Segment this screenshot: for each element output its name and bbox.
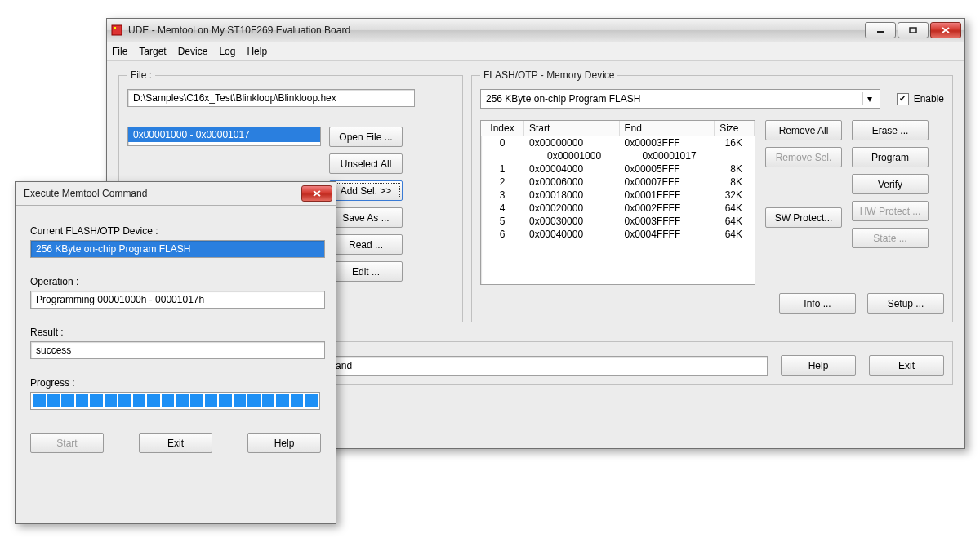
table-row[interactable]: 10x000040000x00005FFF8K [481, 162, 755, 176]
file-range-item[interactable]: 0x00001000 - 0x00001017 [128, 127, 320, 142]
dialog-title: Execute Memtool Command [19, 188, 301, 199]
maximize-button[interactable] [898, 22, 929, 38]
close-button[interactable] [930, 22, 961, 38]
info-button[interactable]: Info ... [779, 293, 856, 314]
dialog-titlebar[interactable]: Execute Memtool Command [16, 182, 336, 206]
table-subrow[interactable]: 0x000010000x00001017 [481, 149, 755, 162]
progress-bar [30, 392, 320, 410]
table-row[interactable]: 00x000000000x00003FFF16K [481, 136, 755, 150]
chevron-down-icon[interactable]: ▾ [862, 92, 876, 105]
enable-label: Enable [914, 93, 944, 105]
remove-all-button[interactable]: Remove All [765, 120, 842, 140]
open-file-button[interactable]: Open File ... [329, 127, 403, 147]
result-label: Result : [30, 327, 321, 338]
main-title: UDE - Memtool on My ST10F269 Evaluation … [128, 24, 865, 36]
file-range-list[interactable]: 0x00001000 - 0x00001017 [127, 127, 321, 146]
table-row[interactable]: 40x000200000x0002FFFF64K [481, 202, 755, 215]
table-row[interactable]: 60x000400000x0004FFFF64K [481, 228, 755, 241]
sw-protect-button[interactable]: SW Protect... [765, 207, 842, 228]
menubar: File Target Device Log Help [107, 42, 964, 61]
device-field[interactable]: 256 KByte on-chip Program FLASH [30, 240, 325, 258]
menu-target[interactable]: Target [139, 46, 166, 57]
execute-command-dialog: Execute Memtool Command Current FLASH/OT… [15, 181, 336, 524]
svg-rect-0 [112, 25, 122, 35]
setup-button[interactable]: Setup ... [867, 293, 944, 314]
dialog-close-button[interactable] [301, 185, 332, 202]
file-path-field[interactable]: D:\Samples\C16x_Test\Blinkloop\Blinkloop… [127, 89, 415, 107]
table-row[interactable]: 50x000300000x0003FFFF64K [481, 215, 755, 228]
menu-file[interactable]: File [112, 46, 127, 57]
dialog-start-button[interactable]: Start [30, 433, 104, 453]
col-end[interactable]: End [619, 121, 715, 136]
read-button[interactable]: Read ... [329, 234, 403, 255]
unselect-all-button[interactable]: Unselect All [329, 153, 403, 174]
col-size[interactable]: Size [715, 121, 755, 136]
operation-field: Programming 00001000h - 00001017h [30, 291, 325, 309]
progress-label: Progress : [30, 377, 321, 389]
col-index[interactable]: Index [481, 121, 524, 136]
check-icon: ✔ [897, 93, 909, 105]
svg-rect-3 [910, 28, 916, 33]
tool-exit-button[interactable]: Exit [869, 355, 944, 376]
enable-checkbox[interactable]: ✔ Enable [897, 93, 944, 105]
verify-button[interactable]: Verify [852, 174, 929, 194]
file-legend: File : [127, 69, 155, 81]
device-label: Current FLASH/OTP Device : [30, 225, 321, 237]
state-button[interactable]: State ... [852, 228, 929, 248]
col-start[interactable]: Start [524, 121, 620, 136]
operation-label: Operation : [30, 276, 321, 287]
remove-sel-button[interactable]: Remove Sel. [765, 147, 842, 167]
menu-log[interactable]: Log [219, 46, 235, 57]
flash-device-combo[interactable]: 256 KByte on-chip Program FLASH ▾ [480, 89, 880, 109]
minimize-button[interactable] [865, 22, 896, 38]
flash-device-value: 256 KByte on-chip Program FLASH [486, 93, 858, 105]
menu-help[interactable]: Help [247, 46, 267, 57]
hw-protect-button[interactable]: HW Protect ... [852, 201, 929, 221]
svg-rect-1 [114, 27, 116, 29]
add-sel-button[interactable]: Add Sel. >> [329, 180, 403, 201]
result-field: success [30, 341, 325, 359]
app-icon [110, 24, 123, 37]
tool-help-button[interactable]: Help [781, 355, 856, 376]
table-row[interactable]: 20x000060000x00007FFF8K [481, 176, 755, 189]
flash-legend: FLASH/OTP - Memory Device [480, 69, 617, 81]
dialog-help-button[interactable]: Help [247, 433, 321, 453]
edit-button[interactable]: Edit ... [329, 261, 403, 282]
flash-group: FLASH/OTP - Memory Device 256 KByte on-c… [471, 69, 953, 322]
save-as-button[interactable]: Save As ... [329, 207, 403, 228]
erase-button[interactable]: Erase ... [852, 120, 929, 140]
dialog-exit-button[interactable]: Exit [139, 433, 212, 453]
menu-device[interactable]: Device [178, 46, 208, 57]
program-button[interactable]: Program [852, 147, 929, 167]
table-row[interactable]: 30x000180000x0001FFFF32K [481, 189, 755, 202]
main-titlebar[interactable]: UDE - Memtool on My ST10F269 Evaluation … [107, 19, 964, 42]
sector-table[interactable]: Index Start End Size 00x000000000x00003F… [480, 120, 755, 285]
